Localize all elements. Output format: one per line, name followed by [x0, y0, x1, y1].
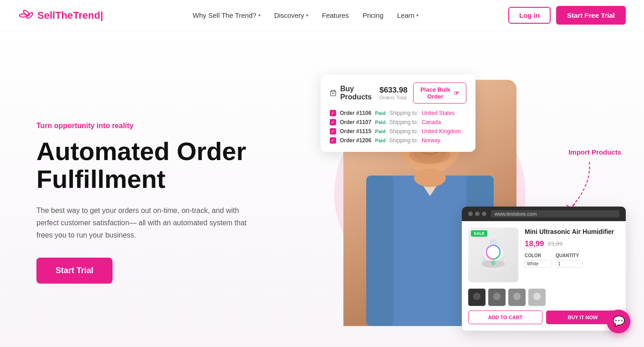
color-select[interactable]: White [525, 260, 552, 268]
chat-button[interactable]: 💬 [607, 310, 630, 333]
hero-description: The best way to get your orders out on-t… [36, 204, 250, 242]
order-checkbox[interactable] [330, 110, 336, 116]
browser-dots [468, 212, 486, 216]
store-product-card: www.teststore.com [462, 207, 626, 331]
order-checkbox[interactable] [330, 128, 336, 135]
product-options: COLOR White QUANTITY 1 [525, 253, 619, 268]
order-amount: $633.98 [379, 86, 407, 95]
brand-name: SellTheTrend| [37, 10, 103, 21]
table-row: Order #1115 Paid Shipping to: United Kin… [330, 128, 466, 135]
sale-badge: SALE [471, 230, 487, 237]
nav-why-sell[interactable]: Why Sell The Trend? ▾ [187, 9, 266, 22]
nav-features[interactable]: Features [317, 9, 354, 22]
product-thumb[interactable] [468, 289, 486, 306]
humidifier-icon [477, 237, 509, 273]
cursor-icon: ☞ [454, 89, 460, 97]
browser-dot [482, 212, 486, 216]
product-actions: ADD TO CART BUY IT NOW [462, 311, 626, 331]
buy-products-card: Buy Products $633.98 Orders Total Place … [321, 74, 475, 152]
product-thumb[interactable] [508, 289, 526, 306]
import-products-label: Import Products [568, 148, 621, 156]
svg-point-35 [513, 293, 521, 300]
place-bulk-order-button[interactable]: Place Bulk Order ☞ [413, 83, 466, 104]
nav-pricing[interactable]: Pricing [357, 9, 389, 22]
hero-tagline: Turn opportunity into reality [36, 122, 250, 130]
buy-products-title: Buy Products [330, 85, 379, 101]
chevron-down-icon: ▾ [416, 13, 419, 18]
nav-links: Why Sell The Trend? ▾ Discovery ▾ Featur… [187, 9, 424, 22]
logo[interactable]: SellTheTrend| [18, 7, 103, 24]
hero-title: Automated Order Fulfillment [36, 137, 250, 193]
svg-point-33 [493, 293, 501, 300]
chevron-down-icon: ▾ [258, 13, 261, 18]
hero-section: Turn opportunity into reality Automated … [0, 31, 644, 347]
table-row: Order #1206 Paid Shipping to: Norway [330, 137, 466, 144]
product-price-old: 23,99 [548, 240, 563, 247]
chevron-down-icon: ▾ [306, 13, 308, 18]
cart-icon [330, 89, 337, 97]
svg-point-21 [414, 169, 446, 187]
svg-point-29 [491, 261, 496, 265]
order-checkbox[interactable] [330, 137, 336, 144]
table-row: Order #1107 Paid Shipping to: Canada [330, 119, 466, 125]
buy-products-header: Buy Products $633.98 Orders Total Place … [330, 83, 466, 104]
svg-rect-19 [366, 176, 394, 326]
product-name: Mini Ultrasonic Air Humidifier [525, 228, 619, 236]
nav-discovery[interactable]: Discovery ▾ [269, 9, 314, 22]
product-price-new: 18,99 [525, 239, 544, 249]
hero-content: Turn opportunity into reality Automated … [36, 122, 250, 284]
product-area: SALE Mini Ultrasonic Air Humidifier 18,9… [462, 221, 626, 289]
product-thumb[interactable] [528, 289, 546, 306]
hero-visual: Buy Products $633.98 Orders Total Place … [307, 62, 617, 344]
svg-point-37 [533, 293, 541, 300]
product-info: Mini Ultrasonic Air Humidifier 18,99 23,… [525, 228, 619, 282]
dashed-arrow-icon [557, 157, 594, 212]
product-image-area: SALE [468, 228, 518, 282]
orders-total-label: Orders Total [379, 95, 407, 100]
svg-point-31 [473, 293, 480, 300]
browser-bar: www.teststore.com [462, 207, 626, 221]
nav-learn[interactable]: Learn ▾ [392, 9, 424, 22]
order-rows: Order #1106 Paid Shipping to: United Sta… [330, 110, 466, 144]
table-row: Order #1106 Paid Shipping to: United Sta… [330, 110, 466, 116]
product-price-area: 18,99 23,99 [525, 239, 619, 249]
quantity-select[interactable]: 1 [556, 260, 583, 268]
order-checkbox[interactable] [330, 119, 336, 125]
product-thumb[interactable] [488, 289, 506, 306]
start-free-trial-button[interactable]: Start Free Trial [556, 6, 626, 25]
browser-dot [468, 212, 473, 216]
add-to-cart-button[interactable]: ADD TO CART [468, 311, 542, 324]
start-trial-button[interactable]: Start Trial [36, 258, 112, 284]
navbar: SellTheTrend| Why Sell The Trend? ▾ Disc… [0, 0, 644, 31]
logo-icon [18, 7, 35, 24]
nav-actions: Log in Start Free Trial [508, 6, 626, 25]
chat-icon: 💬 [613, 316, 625, 327]
login-button[interactable]: Log in [508, 7, 551, 24]
browser-dot [475, 212, 480, 216]
product-thumbnails [462, 289, 626, 311]
browser-url: www.teststore.com [491, 210, 619, 218]
svg-point-1 [22, 9, 30, 16]
